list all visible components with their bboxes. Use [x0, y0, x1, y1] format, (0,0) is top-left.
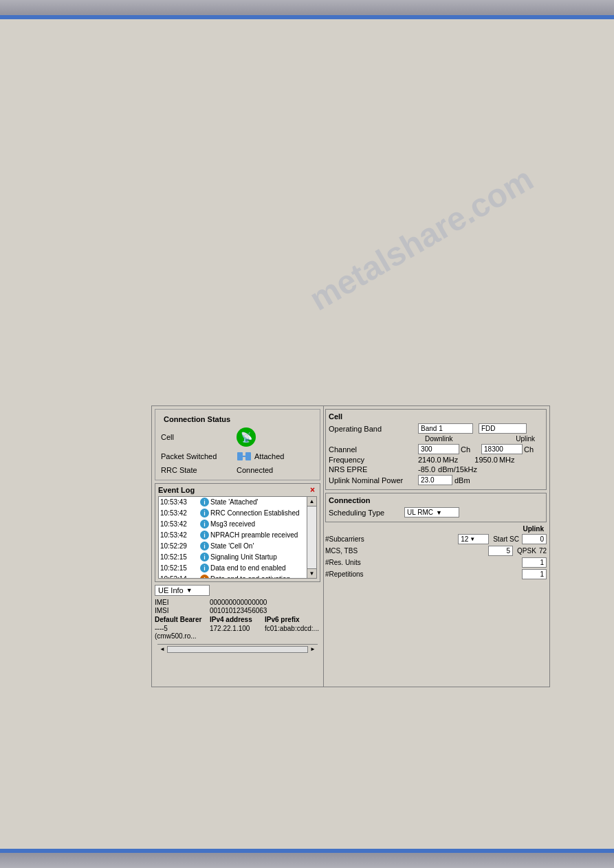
event-time: 10:52:15 [160, 564, 199, 573]
operating-band-label: Operating Band [329, 425, 418, 433]
event-time: 10:52:15 [160, 553, 199, 562]
freq-uplink-unit: MHz [499, 456, 515, 464]
repetitions-input[interactable]: 1 [522, 569, 547, 579]
rrc-state-row: RRC State Connected [160, 465, 316, 475]
band-def-uplink-label: Uplink [480, 435, 535, 443]
ue-info-dropdown[interactable]: UE Info ▼ [155, 585, 210, 596]
mcs-tbs-mod-label: QPSK [517, 547, 536, 555]
res-units-input[interactable]: 1 [522, 557, 547, 568]
event-entries-container: 10:53:43 i State 'Attached' 10:53:42 i R… [159, 497, 307, 578]
event-icon-blue: i [200, 542, 209, 550]
h-scroll-right-button[interactable]: ► [308, 646, 318, 652]
freq-uplink-value: 1950.0 [474, 456, 498, 464]
connection-status-section: Connection Status Cell 📡 Packet Switched [155, 409, 320, 480]
band-def-header-row: Downlink Uplink [411, 435, 543, 443]
start-sc-label: Start SC [493, 535, 519, 543]
horizontal-scrollbar[interactable]: ◄ ► [157, 644, 318, 654]
main-panel: Connection Status Cell 📡 Packet Switched [151, 405, 550, 687]
ue-info-dropdown-arrow-icon: ▼ [186, 587, 193, 594]
channel-row: Channel 300 Ch 18300 Ch [329, 444, 543, 454]
operating-band-type[interactable]: FDD [479, 423, 527, 434]
event-log-scrollbar[interactable]: ▲ ▼ [307, 497, 316, 578]
sched-type-dropdown[interactable]: UL RMC ▼ [404, 507, 459, 518]
operating-band-row: Operating Band Band 1 FDD [329, 423, 543, 434]
uplink-nom-power-unit: dBm [454, 476, 470, 485]
repetitions-label: #Repetitions [325, 570, 522, 578]
event-entry: 10:52:15 i Data end to end enabled [159, 563, 307, 574]
bearer-row: ----5 (cmw500.ro... 172.22.1.100 fc01:ab… [155, 625, 320, 640]
event-text: NPRACH preamble received [210, 531, 298, 540]
event-text: Data end to end enabled [210, 564, 286, 573]
event-entry: 10:53:42 i NPRACH preamble received [159, 530, 307, 541]
event-log-title: Event Log [158, 486, 195, 494]
event-text: Data end to end activation Info... [210, 575, 305, 578]
cell-row: Cell 📡 [160, 427, 316, 447]
event-text: RRC Connection Established [210, 509, 300, 518]
rrc-state-value: Connected [237, 466, 273, 474]
event-icon-blue: i [200, 509, 209, 518]
event-time: 10:53:42 [160, 509, 199, 518]
uplink-section: Uplink #Subcarriers 12 ▼ Start SC 0 MCS,… [325, 525, 547, 579]
freq-downlink-value: 2140.0 [418, 456, 441, 464]
nrs-epre-row: NRS EPRE -85.0 dBm/15kHz [329, 465, 543, 474]
start-sc-input[interactable]: 0 [522, 534, 547, 544]
mcs-tbs-row: MCS, TBS 5 QPSK 72 [325, 546, 547, 556]
scroll-up-arrow[interactable]: ▲ [307, 497, 316, 507]
imei-label: IMEI [155, 599, 210, 606]
scroll-track [307, 507, 316, 568]
mcs-tbs-input[interactable]: 5 [488, 546, 513, 556]
channel-downlink-input[interactable]: 300 [418, 444, 459, 454]
imsi-row: IMSI 001010123456063 [155, 607, 320, 614]
scroll-down-arrow[interactable]: ▼ [307, 568, 316, 578]
bearer-header: Default Bearer IPv4 address IPv6 prefix [155, 616, 320, 623]
bearer-col2-value: 172.22.1.100 [210, 625, 265, 640]
right-panel: Cell Operating Band Band 1 FDD Downlink … [322, 406, 549, 687]
sched-type-arrow-icon: ▼ [436, 509, 442, 516]
operating-band-input[interactable]: Band 1 [418, 423, 473, 434]
packet-switched-label: Packet Switched [161, 452, 237, 460]
subcarriers-label: #Subcarriers [325, 535, 458, 543]
event-text: State 'Cell On' [210, 542, 254, 551]
svg-rect-0 [237, 452, 243, 460]
h-scroll-left-button[interactable]: ◄ [157, 646, 167, 652]
event-entry: 10:53:42 i RRC Connection Established [159, 508, 307, 519]
event-time: 10:52:14 [160, 575, 199, 578]
res-units-label: #Res. Units [325, 559, 522, 566]
event-time: 10:53:43 [160, 498, 199, 507]
bearer-col1-value: ----5 (cmw500.ro... [155, 625, 210, 640]
subcarriers-dropdown[interactable]: 12 ▼ [458, 534, 489, 544]
uplink-nom-power-input[interactable]: 23.0 [418, 475, 452, 485]
cell-section-title: Cell [329, 412, 543, 421]
bearer-col1-header: Default Bearer [155, 616, 210, 623]
bottom-bar-blue-stripe [0, 849, 614, 853]
event-icon-blue: i [200, 564, 209, 572]
imei-value: 000000000000000 [210, 599, 267, 606]
event-entry: 10:52:14 ! Data end to end activation In… [159, 574, 307, 578]
uplink-nom-power-row: Uplink Nominal Power 23.0 dBm [329, 475, 543, 485]
top-bar-blue-stripe [0, 15, 614, 19]
subcarriers-arrow-icon: ▼ [470, 536, 475, 542]
imei-row: IMEI 000000000000000 [155, 599, 320, 606]
nrs-epre-value: -85.0 [418, 465, 435, 474]
channel-uplink-unit: Ch [524, 445, 534, 454]
sched-type-row: Scheduling Type UL RMC ▼ [329, 507, 543, 518]
event-entry: 10:52:29 i State 'Cell On' [159, 541, 307, 552]
bearer-col3-value: fc01:abab:cdcd:... [265, 625, 320, 640]
event-entry: 10:52:15 i Signaling Unit Startup [159, 552, 307, 563]
channel-label: Channel [329, 445, 418, 454]
event-icon-blue: i [200, 498, 209, 507]
event-icon-blue: i [200, 553, 209, 561]
nrs-epre-unit: dBm/15kHz [438, 465, 477, 474]
channel-uplink-input[interactable]: 18300 [481, 444, 523, 454]
frequency-label: Frequency [329, 456, 418, 464]
event-icon-orange: ! [200, 575, 209, 578]
sched-type-label: Scheduling Type [329, 509, 404, 517]
channel-downlink-unit: Ch [461, 445, 470, 454]
sched-type-value: UL RMC [407, 509, 433, 516]
mcs-tbs-label: MCS, TBS [325, 547, 488, 555]
frequency-row: Frequency 2140.0 MHz 1950.0 MHz [329, 456, 543, 464]
subcarriers-value: 12 [461, 535, 468, 543]
cell-label: Cell [161, 433, 237, 441]
event-log-close-button[interactable]: × [308, 485, 317, 495]
ue-info-section: UE Info ▼ IMEI 000000000000000 IMSI 0010… [155, 585, 320, 654]
